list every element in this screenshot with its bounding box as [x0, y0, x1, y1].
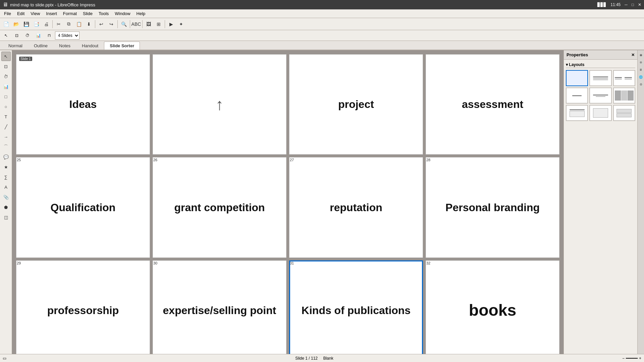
tab-outline[interactable]: Outline — [28, 42, 53, 50]
menu-tools[interactable]: Tools — [96, 10, 111, 17]
crop-tool[interactable]: ⊓ — [44, 32, 54, 40]
slide-thumb-30[interactable]: expertise/selling point — [153, 260, 286, 354]
menu-format[interactable]: Format — [60, 10, 79, 17]
arrow-tool[interactable]: → — [1, 132, 11, 141]
far-right-btn-5[interactable]: ⚙ — [638, 81, 644, 88]
layout-body-only-area — [593, 108, 608, 118]
menu-insert[interactable]: Insert — [43, 10, 60, 17]
menu-view[interactable]: View — [28, 10, 43, 17]
slide-cell-4: assessment — [424, 53, 561, 156]
insert-file-tool[interactable]: 📎 — [1, 192, 11, 202]
line-tool[interactable]: ╱ — [1, 122, 11, 131]
slide-thumb-27[interactable]: reputation — [289, 157, 423, 257]
far-right-btn-3[interactable]: 🖥 — [638, 66, 644, 73]
rotate-tool[interactable]: ⏱ — [23, 32, 32, 40]
animation-button[interactable]: ✦ — [176, 19, 186, 29]
formula-tool[interactable]: ∑ — [1, 172, 11, 182]
slide-sorter[interactable]: Slide 1 Ideas ↑ project assessment — [12, 50, 564, 354]
slide-thumb-32[interactable]: books — [426, 260, 559, 354]
layout-blank[interactable] — [566, 70, 588, 86]
slide-thumb-26[interactable]: grant competition — [153, 157, 286, 257]
layout-title-line — [572, 95, 582, 96]
maximize-button[interactable]: □ — [632, 2, 634, 7]
fontwork-tool[interactable]: A — [1, 182, 11, 192]
layout-body-only[interactable] — [589, 105, 611, 121]
slide-thumb-25[interactable]: Qualification — [16, 157, 150, 257]
paste-special-button[interactable]: ⬇ — [84, 19, 94, 29]
slide-thumb-2[interactable]: ↑ — [153, 54, 286, 155]
slide-thumb-3[interactable]: project — [289, 54, 423, 155]
slides-per-row-select[interactable]: 4 Slides 3 Slides 2 Slides 1 Slide — [55, 32, 79, 40]
pointer-tool[interactable]: ↖ — [1, 32, 11, 40]
tab-select-tool[interactable]: ⊡ — [12, 32, 21, 40]
far-right-sidebar: ◉ ⊕ 🖥 🌐 ⚙ — [637, 50, 644, 354]
slide-row-1: Slide 1 Ideas ↑ project assessment — [15, 53, 561, 156]
redo-button[interactable]: ↪ — [107, 19, 116, 29]
shadow-tool[interactable]: ◫ — [1, 213, 11, 222]
basic-shapes-tool[interactable]: ⬟ — [1, 202, 11, 212]
paste-button[interactable]: 📋 — [74, 19, 84, 29]
slide-text-28: Personal branding — [443, 198, 542, 217]
slide-thumb-31[interactable]: Kinds of publications — [289, 260, 423, 354]
status-slide-icon: ▭ — [3, 356, 6, 361]
copy-button[interactable]: ⧉ — [64, 19, 73, 29]
separator-5 — [142, 20, 143, 28]
insert-pic-button[interactable]: 🖼 — [144, 19, 153, 29]
layout-centered[interactable] — [589, 87, 611, 104]
menu-file[interactable]: File — [1, 10, 14, 17]
right-panel: Properties ✕ ▾ Layouts — [564, 50, 637, 354]
spellcheck-button[interactable]: ABC — [131, 19, 141, 29]
new-button[interactable]: 📄 — [1, 19, 11, 29]
slide-thumb-1[interactable]: Slide 1 Ideas — [16, 54, 150, 155]
layout-split[interactable] — [613, 105, 635, 121]
slide-cell-27: 27 reputation — [288, 156, 424, 259]
tab-handout[interactable]: Handout — [76, 42, 104, 50]
ellipse-tool[interactable]: ○ — [1, 102, 11, 111]
tab-notes[interactable]: Notes — [53, 42, 76, 50]
chart-tool[interactable]: 📊 — [1, 82, 11, 91]
zoom-in-button[interactable]: + — [639, 356, 641, 361]
connector-tool[interactable]: ⌒ — [1, 142, 11, 152]
layout-three-col[interactable] — [613, 87, 635, 104]
close-button[interactable]: ✕ — [638, 2, 641, 7]
zoom-slider[interactable]: ━━━━━ — [626, 356, 638, 361]
layout-title-body[interactable] — [566, 105, 588, 121]
slide-thumb-29[interactable]: professorship — [16, 260, 150, 354]
export-pdf-button[interactable]: 📑 — [32, 19, 41, 29]
save-button[interactable]: 💾 — [21, 19, 31, 29]
star-tool[interactable]: ★ — [1, 162, 11, 172]
slide-text-32: books — [466, 298, 519, 323]
slide-thumb-28[interactable]: Personal branding — [426, 157, 559, 257]
far-right-btn-1[interactable]: ◉ — [638, 52, 644, 58]
menu-slide[interactable]: Slide — [80, 10, 95, 17]
tab-tool[interactable]: ⊡ — [1, 62, 11, 71]
slide-thumb-4[interactable]: assessment — [426, 54, 559, 155]
text-tool[interactable]: T — [1, 112, 11, 121]
cut-button[interactable]: ✂ — [54, 19, 63, 29]
layout-title-content[interactable] — [589, 70, 611, 86]
anim-preview-tool[interactable]: ⏱ — [1, 72, 11, 81]
insert-table-button[interactable]: ⊞ — [154, 19, 163, 29]
tab-normal[interactable]: Normal — [3, 42, 28, 50]
minimize-button[interactable]: ─ — [625, 2, 628, 7]
properties-close-button[interactable]: ✕ — [631, 53, 635, 57]
zoom-tool[interactable]: 📊 — [34, 32, 43, 40]
tab-slide-sorter[interactable]: Slide Sorter — [104, 42, 140, 50]
menu-window[interactable]: Window — [112, 10, 133, 17]
print-button[interactable]: 🖨 — [42, 19, 51, 29]
callout-tool[interactable]: 💬 — [1, 152, 11, 162]
rect-tool[interactable]: □ — [1, 92, 11, 101]
zoom-out-button[interactable]: − — [622, 356, 625, 361]
undo-button[interactable]: ↩ — [97, 19, 106, 29]
open-button[interactable]: 📂 — [11, 19, 21, 29]
layout-title-only[interactable] — [566, 87, 588, 104]
find-button[interactable]: 🔍 — [119, 19, 128, 29]
layout-two-col[interactable] — [613, 70, 635, 86]
start-presentation-button[interactable]: ▶ — [166, 19, 176, 29]
slide-row-2: 25 Qualification 26 grant competition 27… — [15, 156, 561, 259]
menu-edit[interactable]: Edit — [14, 10, 27, 17]
menu-help[interactable]: Help — [134, 10, 148, 17]
select-tool[interactable]: ↖ — [1, 52, 11, 61]
far-right-btn-2[interactable]: ⊕ — [638, 59, 644, 66]
far-right-btn-4[interactable]: 🌐 — [638, 74, 644, 80]
